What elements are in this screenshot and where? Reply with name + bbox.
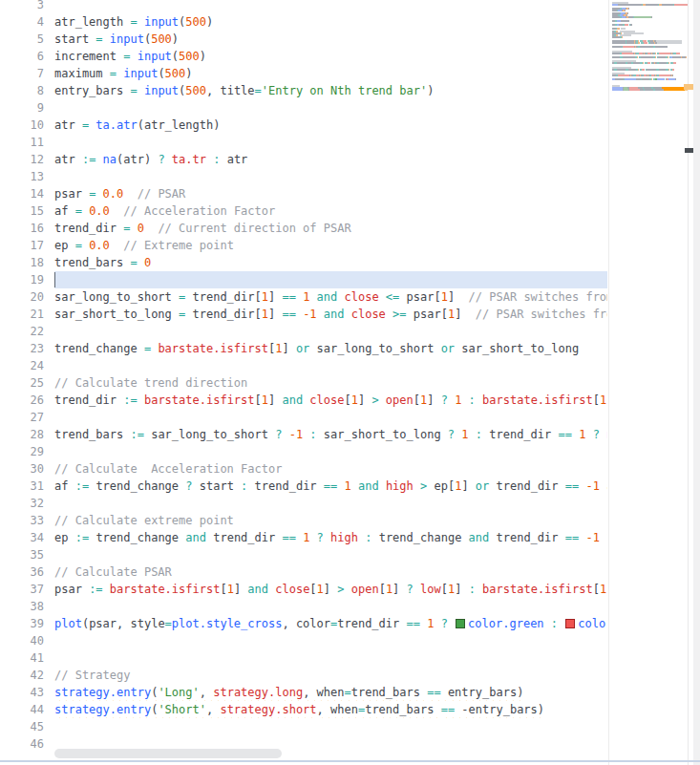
line-number[interactable]: 32 bbox=[0, 495, 54, 512]
line-number[interactable]: 8 bbox=[0, 82, 54, 99]
line-number[interactable]: 34 bbox=[0, 529, 54, 546]
line-number[interactable]: 15 bbox=[0, 202, 54, 220]
code-line[interactable]: 35 bbox=[0, 546, 607, 563]
code-line[interactable]: 17ep = 0.0 // Extreme point bbox=[0, 237, 607, 254]
code-line[interactable]: 34ep := trend_change and trend_dir == 1 … bbox=[0, 529, 607, 546]
code-token: 500 bbox=[185, 84, 206, 97]
line-number[interactable]: 25 bbox=[0, 374, 54, 392]
code-line[interactable]: 30// Calculate Acceleration Factor bbox=[0, 460, 607, 478]
line-number[interactable]: 42 bbox=[0, 667, 54, 684]
line-number[interactable]: 5 bbox=[0, 31, 54, 48]
minimap-token bbox=[612, 46, 622, 48]
code-line[interactable]: 7maximum = input(500) bbox=[0, 65, 607, 82]
code-line[interactable]: 27 bbox=[0, 409, 607, 426]
line-number[interactable]: 27 bbox=[0, 409, 54, 426]
code-line[interactable]: 9 bbox=[0, 99, 607, 117]
code-line[interactable]: 8entry_bars = input(500, title='Entry on… bbox=[0, 82, 607, 99]
line-number[interactable]: 14 bbox=[0, 185, 54, 202]
code-line[interactable]: 13 bbox=[0, 168, 607, 185]
code-token: ? bbox=[275, 428, 288, 441]
code-line[interactable]: 26trend_dir := barstate.isfirst[1] and c… bbox=[0, 392, 607, 409]
code-line[interactable]: 39plot(psar, style=plot.style_cross, col… bbox=[0, 615, 607, 632]
code-line[interactable]: 31af := trend_change ? start : trend_dir… bbox=[0, 478, 607, 495]
code-token: 1 bbox=[461, 428, 468, 441]
code-line[interactable]: 29 bbox=[0, 443, 607, 460]
code-line[interactable]: 6increment = input(500) bbox=[0, 48, 607, 65]
code-line[interactable]: 11 bbox=[0, 134, 607, 151]
line-number[interactable]: 35 bbox=[0, 546, 54, 563]
line-number[interactable]: 20 bbox=[0, 288, 54, 306]
code-line[interactable]: 43strategy.entry('Long', strategy.long, … bbox=[0, 684, 607, 701]
code-line[interactable]: 10atr = ta.atr(atr_length) bbox=[0, 117, 607, 134]
line-number[interactable]: 38 bbox=[0, 598, 54, 615]
line-number[interactable]: 26 bbox=[0, 392, 54, 409]
line-number[interactable]: 6 bbox=[0, 48, 54, 65]
line-number[interactable]: 21 bbox=[0, 306, 54, 323]
line-number[interactable]: 4 bbox=[0, 13, 54, 31]
line-number[interactable]: 41 bbox=[0, 649, 54, 667]
line-number[interactable]: 3 bbox=[0, 0, 54, 13]
code-line[interactable]: 24 bbox=[0, 357, 607, 374]
code-line[interactable]: 37psar := barstate.isfirst[1] and close[… bbox=[0, 581, 607, 598]
minimap[interactable] bbox=[608, 0, 693, 765]
code-line[interactable]: 44strategy.entry('Short', strategy.short… bbox=[0, 701, 607, 718]
code-line[interactable]: 18trend_bars = 0 bbox=[0, 254, 607, 271]
code-line[interactable]: 32 bbox=[0, 495, 607, 512]
code-line[interactable]: 22 bbox=[0, 323, 607, 340]
code-line[interactable]: 19 bbox=[0, 271, 607, 288]
code-line[interactable]: 36// Calculate PSAR bbox=[0, 563, 607, 581]
code-line[interactable]: 40 bbox=[0, 632, 607, 649]
line-number[interactable]: 13 bbox=[0, 168, 54, 185]
line-number[interactable]: 36 bbox=[0, 563, 54, 581]
line-number[interactable]: 7 bbox=[0, 65, 54, 82]
line-number[interactable]: 11 bbox=[0, 134, 54, 151]
code-line[interactable]: 16trend_dir = 0 // Current direction of … bbox=[0, 220, 607, 237]
code-token: -1 bbox=[303, 308, 316, 321]
line-number[interactable]: 37 bbox=[0, 581, 54, 598]
line-number[interactable]: 43 bbox=[0, 684, 54, 701]
code-line[interactable]: 41 bbox=[0, 649, 607, 667]
code-text: trend_dir = 0 // Current direction of PS… bbox=[54, 220, 607, 237]
code-token: = bbox=[123, 50, 137, 63]
line-number[interactable]: 17 bbox=[0, 237, 54, 254]
code-line[interactable]: 38 bbox=[0, 598, 607, 615]
code-line[interactable]: 23trend_change = barstate.isfirst[1] or … bbox=[0, 340, 607, 357]
line-number[interactable]: 10 bbox=[0, 117, 54, 134]
line-number[interactable]: 12 bbox=[0, 151, 54, 168]
line-number[interactable]: 22 bbox=[0, 323, 54, 340]
code-line[interactable]: 15af = 0.0 // Acceleration Factor bbox=[0, 202, 607, 220]
line-number[interactable]: 45 bbox=[0, 718, 54, 735]
code-line[interactable]: 45 bbox=[0, 718, 607, 735]
line-number[interactable]: 30 bbox=[0, 460, 54, 478]
line-number[interactable]: 44 bbox=[0, 701, 54, 718]
line-number[interactable]: 9 bbox=[0, 99, 54, 117]
code-line[interactable]: 14psar = 0.0 // PSAR bbox=[0, 185, 607, 202]
line-number[interactable]: 19 bbox=[0, 271, 54, 288]
code-token: entry_bars bbox=[54, 84, 130, 97]
line-number[interactable]: 31 bbox=[0, 478, 54, 495]
line-number[interactable]: 40 bbox=[0, 632, 54, 649]
code-token bbox=[379, 290, 386, 304]
line-number[interactable]: 29 bbox=[0, 443, 54, 460]
code-line[interactable]: 42// Strategy bbox=[0, 667, 607, 684]
h-scrollbar-thumb[interactable] bbox=[54, 749, 282, 758]
code-line[interactable]: 25// Calculate trend direction bbox=[0, 374, 607, 392]
code-line[interactable]: 5start = input(500) bbox=[0, 31, 607, 48]
line-number[interactable]: 18 bbox=[0, 254, 54, 271]
code-line[interactable]: 33// Calculate extreme point bbox=[0, 512, 607, 529]
code-line[interactable]: 20sar_long_to_short = trend_dir[1] == 1 … bbox=[0, 288, 607, 306]
line-number[interactable]: 39 bbox=[0, 615, 54, 632]
code-line[interactable]: 12atr := na(atr) ? ta.tr : atr bbox=[0, 151, 607, 168]
line-number[interactable]: 28 bbox=[0, 426, 54, 443]
line-number[interactable]: 16 bbox=[0, 220, 54, 237]
line-number[interactable]: 23 bbox=[0, 340, 54, 357]
code-line[interactable]: 21sar_short_to_long = trend_dir[1] == -1… bbox=[0, 306, 607, 323]
code-token: := bbox=[89, 583, 110, 596]
code-line[interactable]: 28trend_bars := sar_long_to_short ? -1 :… bbox=[0, 426, 607, 443]
code-line[interactable]: 3 bbox=[0, 0, 607, 13]
horizontal-scrollbar[interactable] bbox=[0, 747, 607, 760]
code-text: // Calculate PSAR bbox=[54, 563, 607, 581]
code-line[interactable]: 4atr_length = input(500) bbox=[0, 13, 607, 31]
line-number[interactable]: 33 bbox=[0, 512, 54, 529]
line-number[interactable]: 24 bbox=[0, 357, 54, 374]
